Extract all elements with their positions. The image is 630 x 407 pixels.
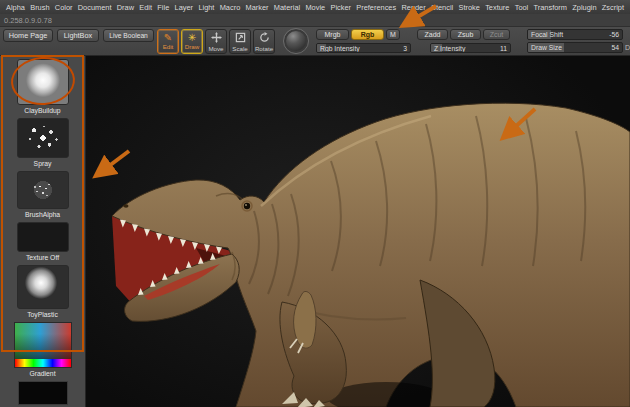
tray-item-material: ToyPlastic — [17, 265, 69, 319]
tray-item-brushalpha: BrushAlpha — [17, 171, 69, 219]
menu-item[interactable]: Edit — [138, 3, 153, 12]
rotate-icon — [259, 32, 270, 45]
gradient-label: Gradient — [29, 369, 55, 378]
home-page-button[interactable]: Home Page — [3, 29, 53, 42]
menu-item[interactable]: Macro — [219, 3, 242, 12]
version-row: 0.258.0.9.0.78 — [0, 14, 630, 27]
stroke-spray-label: Spray — [34, 159, 52, 168]
live-boolean-button[interactable]: Live Boolean — [103, 29, 154, 42]
material-toyplastic-thumb[interactable] — [17, 265, 69, 309]
texture-off-label: Texture Off — [26, 253, 59, 262]
menu-item[interactable]: Picker — [329, 3, 352, 12]
trex-nostril — [124, 204, 129, 208]
tray-item-texture: Texture Off — [17, 222, 69, 262]
stroke-spray-thumb[interactable] — [17, 118, 69, 158]
menu-item[interactable]: File — [156, 3, 170, 12]
mrgb-button[interactable]: Mrgb — [316, 29, 349, 40]
focal-shift-slider[interactable]: Focal Shift -56 — [527, 29, 623, 40]
menu-item[interactable]: Light — [197, 3, 215, 12]
z-intensity-slider[interactable]: Z Intensity 11 — [430, 43, 511, 53]
lightbox-button[interactable]: LightBox — [57, 29, 99, 42]
trex-model — [86, 56, 630, 407]
trex-eye — [244, 203, 250, 209]
move-arrows-icon — [211, 32, 222, 45]
dyn-label-partial[interactable]: Dyn — [625, 44, 630, 51]
pencil-icon: ✎ — [164, 33, 172, 43]
menu-item[interactable]: Zscript — [601, 3, 625, 12]
color-picker-sv-area[interactable] — [15, 323, 71, 359]
menu-item[interactable]: Movie — [304, 3, 326, 12]
menu-item[interactable]: Texture — [484, 3, 510, 12]
scale-icon — [235, 32, 246, 45]
brush-claybuildup-label: ClayBuildup — [24, 106, 60, 115]
zbrush-window: { "menubar": { "items": ["Alpha","Brush"… — [0, 0, 630, 407]
menu-item[interactable]: Marker — [245, 3, 270, 12]
menu-item[interactable]: Draw — [116, 3, 135, 12]
tray-item-spray: Spray — [17, 118, 69, 168]
zsub-button[interactable]: Zsub — [450, 29, 481, 40]
menu-item[interactable]: Alpha — [5, 3, 26, 12]
top-shelf: Home Page LightBox Live Boolean ✎ Edit ✳… — [0, 27, 630, 56]
brush-alpha-label: BrushAlpha — [25, 210, 60, 219]
tray-item-switchcolor: SwitchColor — [18, 381, 68, 407]
move-button[interactable]: Move — [205, 29, 227, 54]
menu-item[interactable]: Stroke — [457, 3, 480, 12]
edit-button[interactable]: ✎ Edit — [157, 29, 179, 54]
draw-button[interactable]: ✳ Draw — [181, 29, 203, 54]
menu-item[interactable]: Document — [77, 3, 113, 12]
color-picker-hue-bar[interactable] — [15, 359, 71, 367]
texture-off-thumb[interactable] — [17, 222, 69, 252]
menu-item[interactable]: Stencil — [430, 3, 454, 12]
menu-item[interactable]: Brush — [29, 3, 50, 12]
rgb-button[interactable]: Rgb — [351, 29, 384, 40]
version-label: 0.258.0.9.0.78 — [4, 16, 52, 25]
menu-item[interactable]: Preferences — [355, 3, 397, 12]
zadd-button[interactable]: Zadd — [417, 29, 448, 40]
color-picker[interactable] — [14, 322, 72, 368]
menu-item[interactable]: Layer — [174, 3, 195, 12]
rotate-button[interactable]: Rotate — [253, 29, 275, 54]
left-tray: ClayBuildup Spray BrushAlpha Texture Off… — [0, 56, 86, 407]
current-material-sphere[interactable] — [283, 28, 309, 54]
material-toyplastic-label: ToyPlastic — [27, 310, 58, 319]
brush-alpha-thumb[interactable] — [17, 171, 69, 209]
menu-item[interactable]: Color — [54, 3, 74, 12]
rgb-intensity-slider[interactable]: Rgb Intensity 3 — [316, 43, 411, 53]
draw-size-slider[interactable]: Draw Size 54 — [527, 42, 623, 53]
zcut-button[interactable]: Zcut — [483, 29, 510, 40]
menu-bar: AlphaBrushColorDocumentDrawEditFileLayer… — [0, 0, 630, 14]
m-button[interactable]: M — [386, 29, 400, 40]
tray-item-colorpicker: Gradient — [14, 322, 72, 378]
switchcolor-swatch[interactable] — [18, 381, 68, 405]
scale-button[interactable]: Scale — [229, 29, 251, 54]
menu-item[interactable]: Zplugin — [571, 3, 597, 12]
menu-item[interactable]: Material — [273, 3, 301, 12]
draw-starburst-icon: ✳ — [188, 33, 196, 43]
sculpt-canvas[interactable] — [86, 56, 630, 407]
menu-item[interactable]: Transform — [533, 3, 568, 12]
brush-claybuildup-thumb[interactable] — [17, 59, 69, 105]
tray-item-claybuildup: ClayBuildup — [17, 59, 69, 115]
menu-item[interactable]: Tool — [514, 3, 530, 12]
menu-item[interactable]: Render — [400, 3, 426, 12]
